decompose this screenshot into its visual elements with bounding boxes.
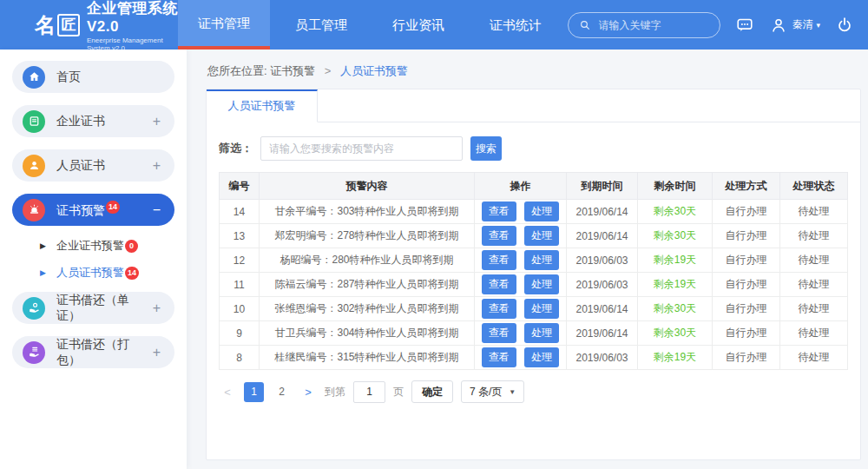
breadcrumb-prefix: 您所在位置: 证书预警 [207,64,315,77]
warning-table: 编号 预警内容 操作 到期时间 剩余时间 处理方式 处理状态 [219,172,848,370]
sidebar-subitem-label: 人员证书预警 [56,265,124,281]
cell-id: 12 [220,248,260,273]
handle-button[interactable]: 处理 [524,274,559,294]
handle-button[interactable]: 处理 [524,299,559,319]
cell-remaining: 剩余30天 [638,200,713,224]
handle-button[interactable]: 处理 [524,201,559,221]
view-button[interactable]: 查看 [482,226,516,246]
cell-remaining: 剩余19天 [638,248,713,273]
sidebar-item-home[interactable]: 首页 [12,61,174,93]
cell-id: 8 [220,346,260,370]
expand-plus-icon[interactable]: + [153,301,161,316]
cell-actions: 查看 处理 [475,297,567,321]
user-icon [769,16,788,35]
global-search-input[interactable] [598,19,704,31]
col-status: 处理状态 [780,173,848,200]
logo-area: 名 匠 企业管理系统V2.0 Eneerprise Management Sys… [0,0,178,52]
search-icon [578,18,592,32]
sidebar-item-label: 证书借还（单证） [56,293,141,324]
cell-content: 甘卫兵编号：304特种作业人员即将到期 [260,321,475,346]
cell-expire-date: 2019/06/03 [567,248,638,273]
handle-button[interactable]: 处理 [524,323,559,343]
message-icon[interactable] [735,16,754,35]
nav-item-industry-news[interactable]: 行业资讯 [372,0,464,50]
cell-expire-date: 2019/06/14 [567,297,638,321]
cell-id: 11 [220,273,260,297]
breadcrumb-separator: > [325,64,332,77]
cell-remaining: 剩余30天 [638,224,713,248]
global-search[interactable] [568,12,720,38]
user-menu[interactable]: 秦清 ▾ [769,16,820,35]
power-icon[interactable] [835,16,854,35]
header-right: 秦清 ▾ [568,12,868,38]
cell-content: 甘余平编号：303特种作业人员即将到期 [260,200,475,224]
sidebar-item-label: 首页 [56,69,81,85]
nav-item-cert-management[interactable]: 证书管理 [178,0,270,50]
cell-actions: 查看 处理 [475,200,567,224]
col-method: 处理方式 [713,173,780,200]
confirm-button[interactable]: 确定 [411,380,453,403]
cell-method: 自行办理 [713,346,780,370]
hand-lend-icon [23,297,45,320]
person-warning-count-badge: 14 [125,267,139,280]
expand-plus-icon[interactable]: + [153,158,161,174]
logo: 名 匠 [35,11,80,39]
cell-status: 待处理 [780,273,848,297]
search-button[interactable]: 搜索 [470,136,502,161]
filter-input[interactable] [260,136,463,161]
view-button[interactable]: 查看 [482,347,516,367]
view-button[interactable]: 查看 [482,250,516,270]
filter-label: 筛选： [219,141,253,156]
goto-page-input[interactable] [353,381,385,403]
view-button[interactable]: 查看 [482,299,516,319]
view-button[interactable]: 查看 [482,323,516,343]
expand-plus-icon[interactable]: + [153,114,161,129]
sidebar-item-cert-lend-single[interactable]: 证书借还（单证） + [12,292,174,324]
tab-strip: 人员证书预警 [207,89,860,122]
nav-item-cert-statistics[interactable]: 证书统计 [470,0,562,50]
view-button[interactable]: 查看 [482,201,516,221]
handle-button[interactable]: 处理 [524,250,559,270]
title-block: 企业管理系统V2.0 Eneerprise Management System … [87,0,178,52]
cell-method: 自行办理 [713,200,780,224]
sidebar-item-cert-warning[interactable]: 证书预警14 − [12,194,174,226]
view-button[interactable]: 查看 [482,274,516,294]
top-nav: 证书管理 员工管理 行业资讯 证书统计 [178,0,567,50]
prev-page-arrow[interactable]: < [219,386,236,399]
cell-actions: 查看 处理 [475,273,567,297]
cell-content: 郑宏明编号：278特种作业人员即将到期 [260,224,475,248]
cell-id: 10 [220,297,260,321]
table-header-row: 编号 预警内容 操作 到期时间 剩余时间 处理方式 处理状态 [220,173,848,200]
breadcrumb-current[interactable]: 人员证书预警 [340,64,408,77]
collapse-minus-icon[interactable]: − [153,202,161,218]
page-button-2[interactable]: 2 [272,382,292,402]
cell-method: 自行办理 [713,224,780,248]
sidebar-item-company-cert[interactable]: 企业证书 + [12,105,174,137]
cell-method: 自行办理 [713,248,780,273]
tab-person-cert-warning[interactable]: 人员证书预警 [207,89,318,122]
sidebar-subitem-person-cert-warning[interactable]: ▶ 人员证书预警14 [40,265,174,281]
cell-remaining: 剩余30天 [638,321,713,346]
sidebar-item-person-cert[interactable]: 人员证书 + [12,149,174,182]
col-actions: 操作 [475,173,567,200]
cell-method: 自行办理 [713,321,780,346]
sidebar-item-cert-lend-package[interactable]: 证书借还（打包） + [12,336,174,368]
sidebar: 首页 企业证书 + 人员证书 + 证书预警14 [0,50,187,469]
expand-plus-icon[interactable]: + [153,345,161,360]
company-warning-count-badge: 0 [125,240,138,253]
col-id: 编号 [220,173,260,200]
per-page-select[interactable]: 7 条/页 ▼ [461,380,524,403]
cell-actions: 查看 处理 [475,224,567,248]
handle-button[interactable]: 处理 [524,226,559,246]
page-button-1[interactable]: 1 [244,382,264,402]
nav-item-staff-management[interactable]: 员工管理 [275,0,367,50]
cell-method: 自行办理 [713,297,780,321]
cell-remaining: 剩余30天 [638,297,713,321]
user-name: 秦清 [792,17,812,32]
breadcrumb: 您所在位置: 证书预警 > 人员证书预警 [207,63,861,79]
handle-button[interactable]: 处理 [524,347,559,367]
sidebar-item-label: 人员证书 [56,158,105,174]
sidebar-subitem-company-cert-warning[interactable]: ▶ 企业证书预警0 [40,238,174,254]
next-page-arrow[interactable]: > [299,386,317,399]
cell-expire-date: 2019/06/14 [567,321,638,346]
